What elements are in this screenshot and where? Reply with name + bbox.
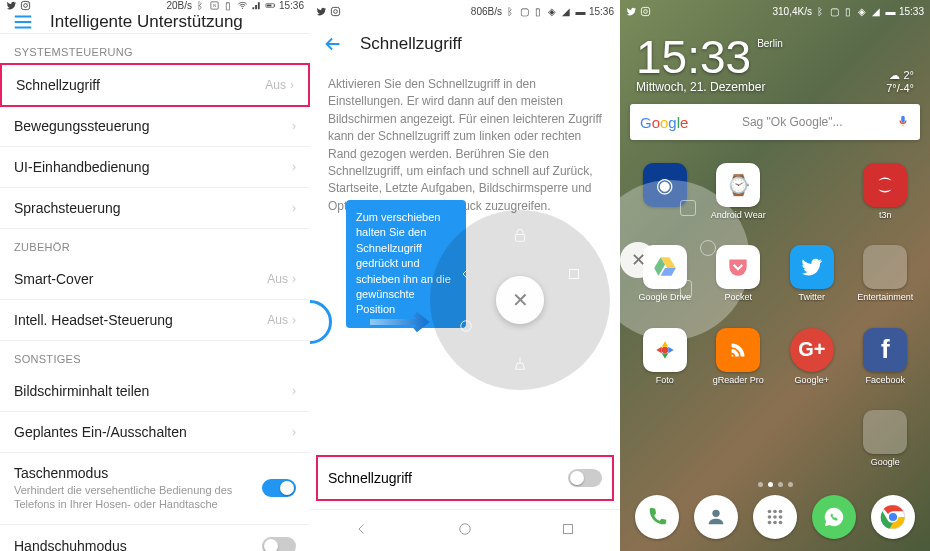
dock-apps[interactable]: [753, 495, 797, 539]
row-bewegung[interactable]: Bewegungssteuerung›: [0, 106, 310, 147]
nav-home-icon[interactable]: [456, 520, 474, 542]
nfc-icon: ▢: [829, 6, 840, 17]
status-time: 15:36: [589, 6, 614, 17]
signal-icon: ◢: [561, 6, 572, 17]
screen-home: 310,4K/s ᛒ ▢ ▯ ◈ ◢ ▬ 15:33 15:33Berlin M…: [620, 0, 930, 551]
status-bar: 806B/s ᛒ ▢ ▯ ◈ ◢ ▬ 15:36: [310, 0, 620, 22]
nfc-icon: ▢: [519, 6, 530, 17]
chevron-right-icon: ›: [292, 384, 296, 398]
header: Schnellzugriff: [310, 22, 620, 66]
header: Intelligente Unterstützung: [0, 11, 310, 34]
row-glove[interactable]: Handschuhmodus: [0, 525, 310, 551]
twitter-icon: [626, 6, 637, 17]
svg-rect-18: [641, 7, 649, 15]
svg-point-20: [662, 347, 669, 354]
row-headset[interactable]: Intell. Headset-SteuerungAus›: [0, 300, 310, 341]
row-smartcover[interactable]: Smart-CoverAus›: [0, 259, 310, 300]
wifi-icon: ◈: [547, 6, 558, 17]
mic-icon[interactable]: [896, 114, 910, 131]
nav-recent-icon[interactable]: [559, 520, 577, 542]
dock-contacts[interactable]: [694, 495, 738, 539]
vibrate-icon: ▯: [533, 6, 544, 17]
svg-point-29: [773, 521, 777, 525]
wifi-icon: ◈: [857, 6, 868, 17]
status-bar: 20B/s ᛒ N ▯ 15:36: [0, 0, 310, 11]
vibrate-icon: ▯: [843, 6, 854, 17]
instagram-icon: [640, 6, 651, 17]
clock-widget[interactable]: 15:33Berlin Mittwoch, 21. Dezember ☁ 2° …: [620, 22, 930, 98]
row-taschenmodus[interactable]: TaschenmodusVerhindert die versehentlich…: [0, 453, 310, 525]
dock: [620, 489, 930, 551]
toggle-taschenmodus[interactable]: [262, 479, 296, 497]
app-foto[interactable]: Foto: [628, 315, 702, 398]
folder-entertainment[interactable]: Entertainment: [849, 233, 923, 316]
dock-phone[interactable]: [635, 495, 679, 539]
screen-settings: 20B/s ᛒ N ▯ 15:36 Intelligente Unterstüt…: [0, 0, 310, 551]
app-twitter[interactable]: Twitter: [775, 233, 849, 316]
dock-whatsapp[interactable]: [812, 495, 856, 539]
svg-point-26: [773, 515, 777, 519]
app-android-wear[interactable]: ⌚Android Wear: [702, 150, 776, 233]
app-greader[interactable]: gReader Pro: [702, 315, 776, 398]
bluetooth-icon: ᛒ: [195, 0, 206, 11]
status-time: 15:33: [899, 6, 924, 17]
row-sprach[interactable]: Sprachsteuerung›: [0, 188, 310, 229]
status-speed: 806B/s: [471, 6, 502, 17]
svg-rect-14: [570, 270, 579, 279]
row-schnellzugriff[interactable]: SchnellzugriffAus›: [0, 63, 310, 107]
svg-rect-13: [516, 235, 525, 242]
svg-point-12: [334, 9, 338, 13]
section-header: SONSTIGES: [0, 341, 310, 371]
chevron-right-icon: ›: [292, 313, 296, 327]
row-schedule[interactable]: Geplantes Ein-/Ausschalten›: [0, 412, 310, 453]
nav-bar: [310, 509, 620, 551]
app-drive[interactable]: Google Drive: [628, 233, 702, 316]
chevron-right-icon: ›: [292, 160, 296, 174]
nav-back-icon[interactable]: [353, 520, 371, 542]
svg-text:N: N: [213, 4, 216, 8]
close-icon[interactable]: ✕: [496, 276, 544, 324]
svg-rect-8: [267, 5, 272, 7]
arrow-icon: [370, 310, 440, 334]
svg-point-19: [644, 9, 648, 13]
toggle-glove[interactable]: [262, 537, 296, 551]
row-schnellzugriff-toggle[interactable]: Schnellzugriff: [316, 455, 614, 501]
row-share[interactable]: Bildschirminhalt teilen›: [0, 371, 310, 412]
svg-point-28: [768, 521, 772, 525]
dock-indicator-icon: [310, 300, 332, 344]
weather-widget[interactable]: ☁ 2° 7°/-4°: [886, 69, 914, 94]
svg-point-1: [24, 4, 28, 8]
google-search-bar[interactable]: Google Sag "Ok Google"...: [630, 104, 920, 140]
back-icon[interactable]: [322, 33, 344, 55]
signal-icon: ◢: [871, 6, 882, 17]
svg-point-2: [27, 2, 28, 3]
twitter-icon: [6, 0, 17, 11]
nfc-icon: N: [209, 0, 220, 11]
instagram-icon: [20, 0, 31, 11]
nav-home-icon: [454, 314, 478, 338]
page-indicator: [620, 480, 930, 489]
svg-point-5: [242, 8, 243, 9]
chevron-right-icon: ›: [292, 425, 296, 439]
row-einhand[interactable]: UI-Einhandbedienung›: [0, 147, 310, 188]
app-googleplus[interactable]: G+Google+: [775, 315, 849, 398]
dock-chrome[interactable]: [871, 495, 915, 539]
toggle-schnellzugriff[interactable]: [568, 469, 602, 487]
svg-point-30: [779, 521, 783, 525]
svg-point-15: [461, 321, 472, 332]
app-icon[interactable]: ◉: [628, 150, 702, 233]
folder-google[interactable]: Google: [849, 398, 923, 481]
app-grid: ◉ ⌚Android Wear t3n Google Drive Pocket …: [620, 146, 930, 480]
app-facebook[interactable]: fFacebook: [849, 315, 923, 398]
chevron-right-icon: ›: [292, 119, 296, 133]
menu-icon[interactable]: [12, 11, 34, 33]
app-pocket[interactable]: Pocket: [702, 233, 776, 316]
svg-point-25: [768, 515, 772, 519]
app-t3n[interactable]: t3n: [849, 150, 923, 233]
battery-icon: [265, 0, 276, 11]
battery-icon: ▬: [885, 6, 896, 17]
svg-rect-11: [331, 7, 339, 15]
svg-point-23: [773, 510, 777, 514]
nav-recent-icon: [562, 262, 586, 286]
status-time: 15:36: [279, 0, 304, 11]
